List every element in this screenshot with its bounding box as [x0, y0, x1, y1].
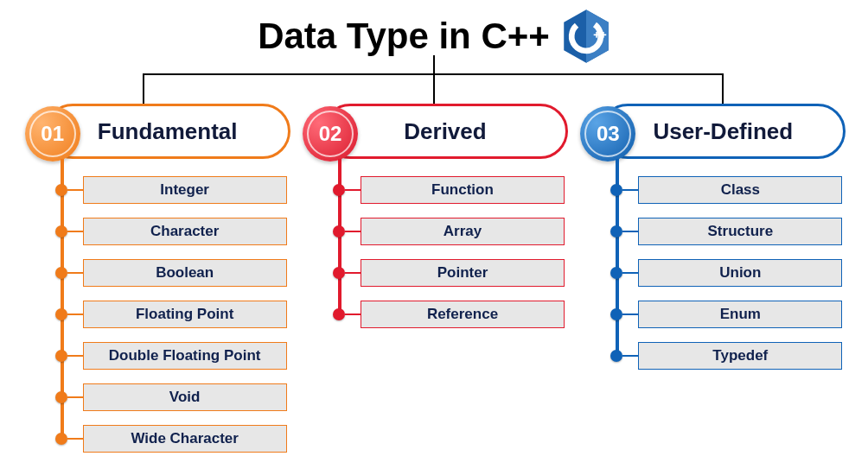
- list-item: Double Floating Point: [22, 340, 290, 371]
- bullet-connector: [622, 272, 638, 274]
- item-label: Reference: [361, 301, 565, 328]
- category-user-defined: 03 User-Defined Class Structure Union En…: [578, 104, 846, 454]
- list-item: Enum: [578, 299, 846, 330]
- bullet-icon: [610, 184, 622, 196]
- list-item: Reference: [300, 299, 568, 330]
- bullet-connector: [345, 189, 361, 191]
- category-label: User-Defined: [653, 118, 793, 145]
- category-pill: 02 Derived: [322, 104, 568, 159]
- category-label: Fundamental: [98, 118, 238, 145]
- bullet-connector: [622, 355, 638, 357]
- item-label: Void: [83, 383, 287, 411]
- list-item: Integer: [22, 174, 290, 206]
- list-item: Class: [578, 174, 846, 206]
- category-number-badge: 03: [580, 106, 635, 162]
- columns-container: 01 Fundamental Integer Character Boolean…: [0, 104, 868, 454]
- list-item: Void: [22, 382, 290, 413]
- bullet-connector: [345, 231, 361, 232]
- category-pill: 03 User-Defined: [600, 104, 846, 159]
- list-item: Typedef: [578, 340, 846, 371]
- item-label: Typedef: [638, 342, 842, 370]
- bullet-icon: [333, 267, 345, 279]
- bullet-connector: [67, 189, 83, 191]
- bullet-connector: [67, 231, 83, 232]
- list-item: Pointer: [300, 257, 568, 288]
- bullet-connector: [67, 396, 83, 398]
- svg-rect-4: [594, 34, 600, 35]
- item-label: Structure: [638, 218, 842, 245]
- bullet-connector: [67, 355, 83, 357]
- svg-rect-6: [600, 34, 606, 35]
- item-list: Class Structure Union Enum Typedef: [578, 174, 846, 371]
- bullet-icon: [333, 225, 345, 238]
- list-item: Union: [578, 257, 846, 288]
- item-label: Union: [638, 259, 842, 287]
- category-fundamental: 01 Fundamental Integer Character Boolean…: [22, 104, 290, 454]
- item-label: Class: [638, 176, 842, 204]
- category-pill: 01 Fundamental: [45, 104, 290, 159]
- item-label: Enum: [638, 301, 842, 328]
- category-derived: 02 Derived Function Array Pointer Refere…: [300, 104, 568, 454]
- bullet-connector: [67, 314, 83, 315]
- list-item: Function: [300, 174, 568, 206]
- item-label: Floating Point: [83, 301, 287, 328]
- bullet-icon: [55, 184, 67, 196]
- item-label: Wide Character: [83, 425, 287, 453]
- bullet-icon: [610, 225, 622, 238]
- bullet-icon: [610, 308, 622, 320]
- bullet-connector: [622, 231, 638, 232]
- bullet-icon: [610, 267, 622, 279]
- bullet-connector: [67, 272, 83, 274]
- item-label: Array: [361, 218, 565, 245]
- bullet-connector: [622, 314, 638, 315]
- bullet-icon: [55, 308, 67, 320]
- list-item: Character: [22, 216, 290, 247]
- item-label: Function: [361, 176, 565, 204]
- bullet-connector: [67, 438, 83, 440]
- bullet-icon: [333, 184, 345, 196]
- category-number-badge: 01: [25, 106, 80, 162]
- list-item: Array: [300, 216, 568, 247]
- bullet-connector: [622, 189, 638, 191]
- bullet-icon: [55, 225, 67, 238]
- bullet-connector: [345, 314, 361, 315]
- list-item: Structure: [578, 216, 846, 247]
- category-label: Derived: [404, 118, 486, 145]
- bullet-icon: [610, 350, 622, 362]
- item-label: Integer: [83, 176, 287, 204]
- list-item: Boolean: [22, 257, 290, 288]
- cpp-logo-icon: [562, 9, 610, 64]
- bullet-icon: [55, 391, 67, 403]
- bullet-icon: [55, 350, 67, 362]
- item-label: Character: [83, 218, 287, 245]
- diagram-title: Data Type in C++: [258, 16, 550, 57]
- bullet-icon: [55, 433, 67, 445]
- connector-line: [433, 73, 435, 108]
- item-label: Boolean: [83, 259, 287, 287]
- connector-line: [722, 73, 724, 108]
- bullet-icon: [333, 308, 345, 320]
- item-label: Pointer: [361, 259, 565, 287]
- bullet-connector: [345, 272, 361, 274]
- connector-line: [433, 55, 435, 74]
- svg-marker-1: [586, 10, 609, 63]
- bullet-icon: [55, 267, 67, 279]
- list-item: Wide Character: [22, 423, 290, 454]
- list-item: Floating Point: [22, 299, 290, 330]
- connector-line: [143, 73, 144, 108]
- category-number-badge: 02: [303, 106, 358, 162]
- item-list: Integer Character Boolean Floating Point…: [22, 174, 290, 454]
- item-label: Double Floating Point: [83, 342, 287, 370]
